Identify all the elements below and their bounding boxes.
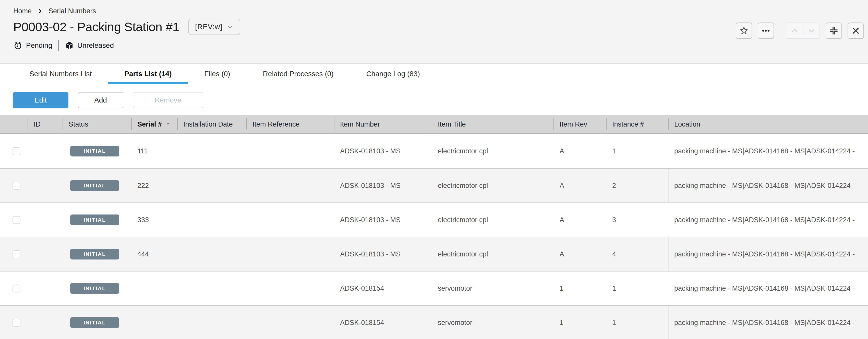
tab-files-0[interactable]: Files (0) (188, 64, 246, 84)
row-select-cell (0, 134, 28, 168)
close-button[interactable] (847, 23, 864, 39)
cell-id (28, 306, 63, 339)
ellipsis-icon (761, 26, 771, 35)
revision-dropdown[interactable]: [REV:w] (188, 19, 240, 35)
cell-installation_date (177, 272, 246, 305)
cell-item_rev: 1 (554, 306, 606, 339)
status-badge: INITIAL (70, 249, 119, 259)
cell-item_rev: A (554, 169, 606, 202)
cell-item_number: ADSK-018103 - MS (334, 134, 432, 168)
cell-instance: 1 (606, 306, 668, 339)
status-row: Pending Unreleased (13, 39, 868, 51)
page-header: Home Serial Numbers P0003-02 - Packing S… (0, 0, 868, 64)
cell-status: INITIAL (63, 134, 131, 168)
cell-item_number: ADSK-018154 (334, 272, 432, 305)
tab-related-processes-0[interactable]: Related Processes (0) (247, 64, 350, 84)
table-row[interactable]: INITIALADSK-018154servomotor11packing ma… (0, 305, 868, 339)
cell-installation_date (177, 169, 246, 202)
add-button[interactable]: Add (78, 92, 123, 108)
cell-status: INITIAL (63, 272, 131, 305)
column-header-serial[interactable]: Serial #↑ (131, 115, 177, 133)
row-select-cell (0, 169, 28, 202)
column-label: Item Reference (252, 120, 300, 128)
tab-parts-list-14[interactable]: Parts List (14) (108, 64, 188, 84)
more-actions-button[interactable] (758, 23, 774, 39)
row-select-cell (0, 306, 28, 339)
column-header-item_reference[interactable]: Item Reference (246, 115, 334, 133)
column-header-location[interactable]: Location (668, 115, 868, 133)
collapse-button[interactable] (826, 23, 842, 39)
column-header-installation_date[interactable]: Installation Date (177, 115, 246, 133)
column-label: Serial # (137, 120, 162, 128)
table-row[interactable]: INITIAL111ADSK-018103 - MSelectricmotor … (0, 134, 868, 168)
table-row[interactable]: INITIALADSK-018154servomotor11packing ma… (0, 271, 868, 305)
table-row[interactable]: INITIAL333ADSK-018103 - MSelectricmotor … (0, 202, 868, 237)
previous-record-button[interactable] (786, 23, 803, 38)
breadcrumb-home[interactable]: Home (13, 7, 32, 15)
cell-item_rev: A (554, 134, 606, 168)
record-pager (786, 23, 820, 39)
page-title: P0003-02 - Packing Station #1 (13, 21, 179, 33)
column-header-item_number[interactable]: Item Number (334, 115, 432, 133)
status-badge: INITIAL (70, 180, 119, 191)
row-checkbox[interactable] (12, 216, 21, 224)
parts-toolbar: Edit Add Remove (0, 84, 868, 115)
remove-button[interactable]: Remove (133, 92, 203, 108)
cell-instance: 1 (606, 272, 668, 305)
cell-item_title: electricmotor cpl (432, 237, 554, 271)
cell-instance: 2 (606, 169, 668, 202)
row-checkbox[interactable] (12, 147, 21, 155)
status-badge: INITIAL (70, 317, 119, 328)
row-checkbox[interactable] (12, 319, 21, 327)
tab-change-log-83[interactable]: Change Log (83) (350, 64, 436, 84)
cell-installation_date (177, 306, 246, 339)
cell-item_title: electricmotor cpl (432, 203, 554, 237)
next-record-button[interactable] (803, 23, 819, 38)
column-label: Item Number (340, 120, 380, 128)
workflow-status: Pending (13, 41, 52, 50)
column-header-instance[interactable]: Instance # (606, 115, 668, 133)
column-header-item_rev[interactable]: Item Rev (554, 115, 606, 133)
column-label: Item Title (438, 120, 466, 128)
cell-item_number: ADSK-018103 - MS (334, 169, 432, 202)
chevron-down-icon (807, 26, 816, 35)
cell-status: INITIAL (63, 169, 131, 202)
column-label: Location (674, 120, 700, 128)
column-header-item_title[interactable]: Item Title (432, 115, 554, 133)
sort-ascending-icon: ↑ (166, 120, 170, 129)
breadcrumb: Home Serial Numbers (13, 0, 868, 15)
column-header-status[interactable]: Status (63, 115, 131, 133)
header-actions (736, 23, 864, 39)
row-checkbox[interactable] (12, 285, 21, 292)
row-checkbox[interactable] (12, 250, 21, 258)
table-row[interactable]: INITIAL444ADSK-018103 - MSelectricmotor … (0, 237, 868, 271)
column-label: Installation Date (183, 120, 233, 128)
release-status: Unreleased (65, 41, 114, 50)
table-row[interactable]: INITIAL222ADSK-018103 - MSelectricmotor … (0, 168, 868, 202)
cell-location: packing machine - MS|ADSK-014168 - MS|AD… (668, 237, 868, 271)
cell-serial: 333 (131, 203, 177, 237)
cell-item_title: servomotor (432, 272, 554, 305)
cell-location: packing machine - MS|ADSK-014168 - MS|AD… (668, 134, 868, 168)
cell-status: INITIAL (63, 306, 131, 339)
breadcrumb-serial-numbers[interactable]: Serial Numbers (49, 7, 96, 15)
cell-item_reference (246, 306, 334, 339)
row-select-cell (0, 203, 28, 237)
clock-icon (13, 41, 23, 50)
tab-serial-numbers-list[interactable]: Serial Numbers List (13, 64, 108, 84)
cell-item_number: ADSK-018154 (334, 306, 432, 339)
cell-location: packing machine - MS|ADSK-014168 - MS|AD… (668, 272, 868, 305)
row-select-cell (0, 237, 28, 271)
cell-item_number: ADSK-018103 - MS (334, 237, 432, 271)
row-checkbox[interactable] (12, 182, 21, 190)
cell-item_number: ADSK-018103 - MS (334, 203, 432, 237)
column-header-id[interactable]: ID (28, 115, 63, 133)
table-body: INITIAL111ADSK-018103 - MSelectricmotor … (0, 134, 868, 339)
release-status-label: Unreleased (78, 41, 114, 50)
revision-label: [REV:w] (195, 23, 222, 31)
chevron-up-icon (790, 26, 799, 35)
status-badge: INITIAL (70, 146, 119, 157)
tabs-bar: Serial Numbers ListParts List (14)Files … (0, 64, 868, 84)
edit-button[interactable]: Edit (13, 92, 68, 108)
favorite-button[interactable] (736, 23, 752, 39)
